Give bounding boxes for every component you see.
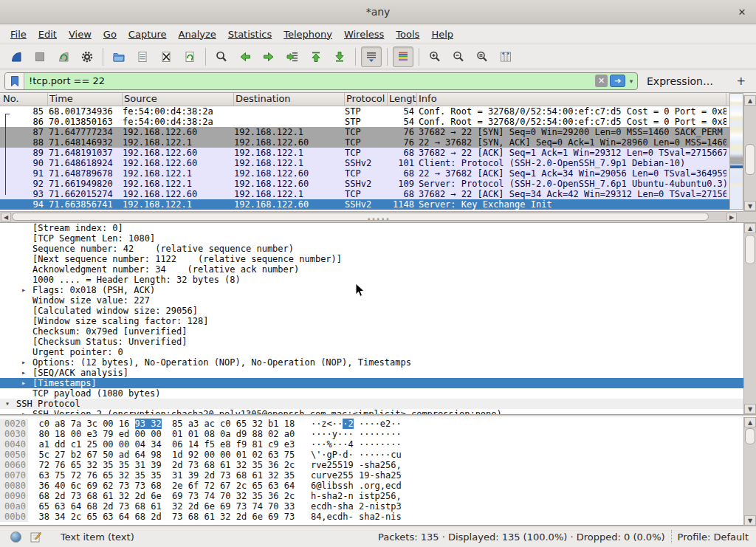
- menu-wireless[interactable]: Wireless: [338, 26, 390, 43]
- detail-row[interactable]: [Calculated window size: 29056]: [0, 306, 756, 316]
- packet-row-87[interactable]: 8771.647777234192.168.122.60192.168.122.…: [0, 127, 756, 137]
- detail-row[interactable]: Sequence number: 42 (relative sequence n…: [0, 244, 756, 254]
- collapse-arrow-icon[interactable]: ▾: [5, 399, 10, 409]
- hex-bytes[interactable]: 63 75 72 76 65 32 35 35 31 39 2d 73 68 6…: [28, 470, 295, 481]
- close-button[interactable]: ✕: [735, 6, 749, 19]
- start-capture-button[interactable]: [6, 47, 27, 67]
- go-forward-button[interactable]: [258, 47, 279, 67]
- hex-bytes[interactable]: 36 40 6c 69 62 73 73 68 2e 6f 72 67 2c 6…: [28, 481, 295, 491]
- go-last-button[interactable]: [329, 47, 350, 67]
- expand-arrow-icon[interactable]: ▸: [21, 409, 26, 415]
- packet-row-91[interactable]: 9171.648789678192.168.122.1192.168.122.6…: [0, 168, 756, 179]
- hex-bytes[interactable]: a1 dd c1 25 00 00 04 34 06 14 f5 e8 f9 8…: [28, 439, 295, 450]
- hex-row-0040[interactable]: 0040 a1 dd c1 25 00 00 04 34 06 14 f5 e8…: [0, 439, 756, 450]
- hex-bytes[interactable]: 65 63 64 68 2d 73 68 61 32 2d 6e 69 73 7…: [28, 501, 295, 512]
- hex-bytes[interactable]: 72 76 65 32 35 35 31 39 2d 73 68 61 32 3…: [28, 460, 295, 470]
- hex-row-0050[interactable]: 0050 5c 27 b2 67 50 ad 64 98 1d 92 00 00…: [0, 450, 756, 460]
- detail-row[interactable]: [Stream index: 0]: [0, 223, 756, 233]
- scroll-left-button[interactable]: ◀: [1, 213, 11, 221]
- auto-scroll-button[interactable]: [361, 47, 382, 67]
- detail-row[interactable]: [Next sequence number: 1122 (relative se…: [0, 254, 756, 264]
- packet-row-94[interactable]: 9471.663856741192.168.122.1192.168.122.6…: [0, 199, 756, 210]
- scroll-thumb[interactable]: [745, 235, 755, 264]
- filter-add-button[interactable]: +: [736, 75, 746, 88]
- hex-ascii[interactable]: ecdh-sha 2-nistp3: [295, 501, 402, 512]
- column-header-destination[interactable]: Destination: [234, 93, 345, 106]
- menu-analyze[interactable]: Analyze: [173, 26, 222, 43]
- column-header-no[interactable]: No.: [0, 93, 48, 106]
- details-vscrollbar[interactable]: ▲ ▼: [743, 223, 756, 414]
- column-header-time[interactable]: Time: [48, 93, 123, 106]
- menu-telephony[interactable]: Telephony: [278, 26, 338, 43]
- packet-row-86[interactable]: 8670.013850163fe:54:00:d4:38:2aSTP54Conf…: [0, 117, 756, 127]
- hex-bytes[interactable]: 38 34 2c 65 63 64 68 2d 73 68 61 32 2d 6…: [28, 512, 295, 522]
- packet-row-89[interactable]: 8971.648191037192.168.122.60192.168.122.…: [0, 148, 756, 158]
- detail-row[interactable]: Window size value: 227: [0, 295, 756, 306]
- hex-bytes[interactable]: 5c 27 b2 67 50 ad 64 98 1d 92 00 00 01 0…: [28, 450, 295, 460]
- scroll-down-button[interactable]: ▼: [744, 201, 756, 211]
- menu-tools[interactable]: Tools: [390, 26, 425, 43]
- hex-ascii[interactable]: h-sha2-n istp256,: [295, 491, 402, 501]
- colorize-button[interactable]: [393, 47, 413, 67]
- menu-go[interactable]: Go: [97, 26, 123, 43]
- detail-row[interactable]: Urgent pointer: 0: [0, 347, 756, 357]
- filter-bookmark-button[interactable]: [5, 73, 24, 89]
- scroll-up-button[interactable]: ▲: [744, 223, 756, 233]
- capture-comment-icon[interactable]: [30, 531, 41, 543]
- detail-row[interactable]: Acknowledgment number: 34 (relative ack …: [0, 264, 756, 275]
- column-header-info[interactable]: Info: [417, 93, 726, 106]
- zoom-in-button[interactable]: [425, 47, 445, 67]
- packet-row-85[interactable]: 8568.001734936fe:54:00:d4:38:2aSTP54Conf…: [0, 106, 756, 117]
- display-filter-input[interactable]: [24, 75, 595, 86]
- hex-row-0070[interactable]: 0070 63 75 72 76 65 32 35 35 31 39 2d 73…: [0, 470, 756, 481]
- go-first-button[interactable]: [306, 47, 326, 67]
- filter-history-dropdown[interactable]: ▾: [627, 78, 636, 85]
- hex-ascii[interactable]: ··z<···2 ····e2··: [295, 419, 402, 429]
- go-to-packet-button[interactable]: [282, 47, 303, 67]
- profile-button[interactable]: Profile: Default: [678, 531, 749, 543]
- packet-row-90[interactable]: 9071.648618924192.168.122.60192.168.122.…: [0, 158, 756, 168]
- scroll-up-button[interactable]: ▲: [744, 417, 756, 427]
- save-file-button[interactable]: [132, 47, 153, 67]
- scroll-down-button[interactable]: ▼: [744, 515, 756, 526]
- zoom-reset-button[interactable]: [472, 47, 492, 67]
- close-file-button[interactable]: [156, 47, 176, 67]
- scroll-right-button[interactable]: ▶: [726, 213, 737, 221]
- packet-row-88[interactable]: 8871.648146932192.168.122.1192.168.122.6…: [0, 137, 756, 148]
- expand-arrow-icon[interactable]: ▸: [21, 285, 26, 295]
- scroll-up-button[interactable]: ▲: [744, 95, 756, 106]
- menu-capture[interactable]: Capture: [123, 26, 173, 43]
- go-back-button[interactable]: [235, 47, 255, 67]
- hex-bytes[interactable]: 80 18 00 e3 79 ed 00 00 01 01 08 0a d9 8…: [28, 429, 295, 439]
- hex-row-0020[interactable]: 0020 c0 a8 7a 3c 00 16 93 32 85 a3 ac c0…: [0, 419, 756, 429]
- expression-button[interactable]: Expression…: [647, 75, 713, 87]
- scroll-thumb[interactable]: [745, 144, 755, 175]
- hex-bytes[interactable]: c0 a8 7a 3c 00 16 93 32 85 a3 ac c0 65 3…: [28, 419, 295, 429]
- expand-arrow-icon[interactable]: ▸: [21, 378, 26, 388]
- packet-row-93[interactable]: 9371.662015274192.168.122.60192.168.122.…: [0, 189, 756, 199]
- packet-row-92[interactable]: 9271.661949820192.168.122.1192.168.122.6…: [0, 179, 756, 189]
- menu-edit[interactable]: Edit: [32, 26, 63, 43]
- detail-row[interactable]: [TCP Segment Len: 1080]: [0, 233, 756, 244]
- hex-bytes[interactable]: 68 2d 73 68 61 32 2d 6e 69 73 74 70 32 3…: [28, 491, 295, 501]
- expand-arrow-icon[interactable]: ▸: [21, 357, 26, 368]
- intelligent-scrollbar-minimap[interactable]: [729, 93, 743, 210]
- hex-row-0090[interactable]: 0090 68 2d 73 68 61 32 2d 6e 69 73 74 70…: [0, 491, 756, 501]
- hex-ascii[interactable]: \'·gP·d· ······cu: [295, 450, 402, 460]
- hex-ascii[interactable]: 6@libssh .org,ecd: [295, 481, 402, 491]
- restart-capture-button[interactable]: [53, 47, 74, 67]
- detail-row[interactable]: ▸Flags: 0x018 (PSH, ACK): [0, 285, 756, 295]
- packet-list-vscrollbar[interactable]: ▲ ▼: [743, 95, 756, 211]
- scroll-down-button[interactable]: ▼: [744, 404, 756, 414]
- hex-ascii[interactable]: rve25519 -sha256,: [295, 460, 402, 470]
- detail-row[interactable]: [Window size scaling factor: 128]: [0, 316, 756, 326]
- menu-help[interactable]: Help: [425, 26, 459, 43]
- expand-arrow-icon[interactable]: ▸: [21, 368, 26, 378]
- pane-splitter-grip[interactable]: •••••: [367, 218, 389, 221]
- hex-ascii[interactable]: curve255 19-sha25: [295, 470, 402, 481]
- filter-apply-button[interactable]: ➜: [610, 75, 625, 87]
- zoom-out-button[interactable]: [448, 47, 469, 67]
- hex-ascii[interactable]: ···%···4 ········: [295, 439, 402, 450]
- column-header-length[interactable]: Length: [388, 93, 417, 106]
- reload-file-button[interactable]: [179, 47, 200, 67]
